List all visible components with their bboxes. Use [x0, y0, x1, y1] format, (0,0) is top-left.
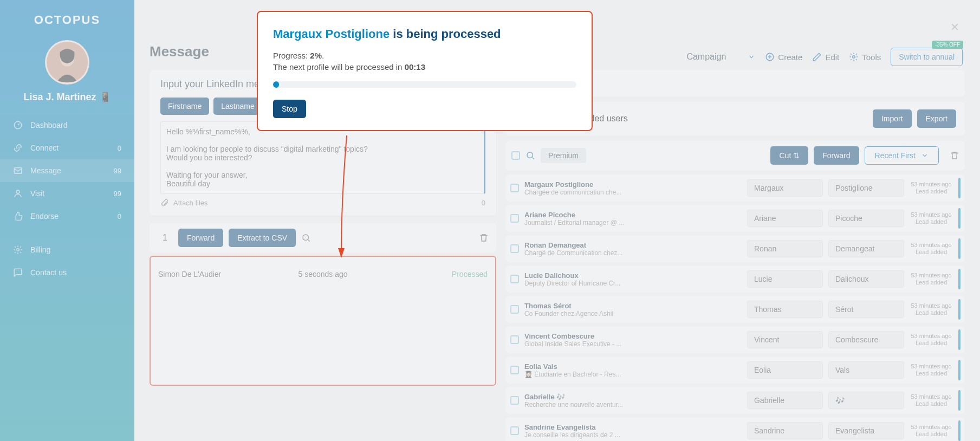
modal-title-suffix: is being processed: [390, 27, 501, 41]
processing-modal: Margaux Postiglione is being processed P…: [257, 11, 593, 131]
modal-profile-name: Margaux Postiglione: [273, 27, 390, 41]
modal-progress-line: Progress: 2%.: [273, 51, 576, 60]
progress-fill: [273, 81, 279, 88]
stop-button[interactable]: Stop: [273, 100, 306, 118]
modal-next-line: The next profile will be processed in 00…: [273, 62, 576, 72]
progress-bar: [273, 81, 576, 88]
modal-title: Margaux Postiglione is being processed: [273, 27, 576, 41]
progress-value: 2%: [310, 51, 322, 60]
countdown: 00:13: [405, 62, 425, 72]
